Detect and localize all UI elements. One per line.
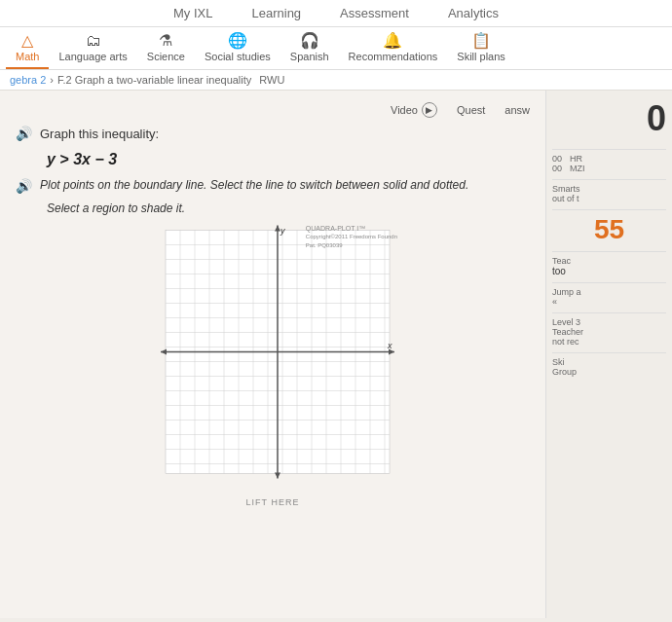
inequality-display: y > 3x − 3 <box>47 151 530 168</box>
level-label: Level 3 <box>552 317 666 327</box>
speaker-icon-2[interactable]: 🔊 <box>16 178 32 194</box>
big-score-section: 55 <box>552 209 666 245</box>
nav-recommendations[interactable]: 🔔 Recommendations <box>339 27 448 70</box>
coordinate-graph[interactable]: x y <box>146 223 399 495</box>
video-label: Video <box>391 104 418 116</box>
col-value: 00 <box>552 164 562 173</box>
svg-marker-37 <box>275 473 280 479</box>
right-panel: 0 00 00 HR MZI Smarts out of t 55 Teac t… <box>545 91 672 618</box>
breadcrumb-tag: RWU <box>259 74 284 86</box>
answ-label: answ <box>504 104 530 116</box>
language-arts-icon: 🗂 <box>86 32 101 50</box>
speaker-icon-1[interactable]: 🔊 <box>16 126 32 141</box>
hr-value: MZI <box>570 164 585 173</box>
quadra-plot-label: QUADRA-PLOT I™ Copyright©2011 Freedoms F… <box>306 225 397 249</box>
nav-skill-plans[interactable]: 📋 Skill plans <box>447 27 515 70</box>
y-axis-label: y <box>280 226 285 236</box>
skill-plans-icon: 📋 <box>471 31 491 50</box>
question-panel: Video ▶ Quest answ 🔊 Graph this inequali… <box>0 91 545 618</box>
main-content: Video ▶ Quest answ 🔊 Graph this inequali… <box>0 91 672 618</box>
video-circle-icon: ▶ <box>422 102 437 118</box>
nav-math[interactable]: △ Math <box>6 27 49 70</box>
nav-skill-plans-label: Skill plans <box>457 51 505 62</box>
x-axis-label: x <box>387 341 392 350</box>
nav-social-studies[interactable]: 🌐 Social studies <box>195 27 280 70</box>
social-studies-icon: 🌐 <box>228 31 247 50</box>
jump-section: Jump a « <box>552 282 666 307</box>
teacher-label: Teacher <box>552 327 666 337</box>
math-icon: △ <box>21 31 33 50</box>
secondary-navigation: △ Math 🗂 Language arts ⚗ Science 🌐 Socia… <box>0 27 672 70</box>
nav-language-arts-label: Language arts <box>58 51 127 62</box>
skill-group-section: Ski Group <box>552 352 666 377</box>
nav-learning[interactable]: Learning <box>252 6 302 20</box>
science-icon: ⚗ <box>159 31 172 50</box>
nav-science-label: Science <box>147 51 185 62</box>
graph-inner-wrapper[interactable]: QUADRA-PLOT I™ Copyright©2011 Freedoms F… <box>146 223 399 495</box>
nav-spanish-label: Spanish <box>290 51 329 62</box>
graph-wrapper: QUADRA-PLOT I™ Copyright©2011 Freedoms F… <box>146 223 399 507</box>
nav-analytics[interactable]: Analytics <box>448 6 499 20</box>
nav-social-studies-label: Social studies <box>205 51 271 62</box>
smartscore-subtext: out of t <box>552 194 666 203</box>
big-score-value: 55 <box>552 214 666 245</box>
nav-science[interactable]: ⚗ Science <box>137 27 195 70</box>
instruction-1-line: 🔊 Graph this inequality: <box>16 126 530 141</box>
nav-math-label: Math <box>16 51 39 62</box>
nav-language-arts[interactable]: 🗂 Language arts <box>49 27 136 70</box>
nav-spanish[interactable]: 🎧 Spanish <box>280 27 339 70</box>
teacher-section: Teac too <box>552 251 666 276</box>
svg-marker-35 <box>161 349 167 355</box>
teacher-note: not rec <box>552 337 666 347</box>
col-label: 00 <box>552 154 562 164</box>
spanish-icon: 🎧 <box>300 31 319 50</box>
group-label: Group <box>552 367 666 377</box>
hr-label: HR <box>570 154 585 164</box>
jump-label: Jump a <box>552 287 666 297</box>
jump-icon[interactable]: « <box>552 297 666 307</box>
score-display: 0 <box>552 98 666 139</box>
top-navigation: My IXL Learning Assessment Analytics <box>0 0 672 27</box>
level-section: Level 3 Teacher not rec <box>552 312 666 347</box>
select-region-text: Select a region to shade it. <box>47 201 530 215</box>
graph-container: QUADRA-PLOT I™ Copyright©2011 Freedoms F… <box>16 223 530 507</box>
breadcrumb-link[interactable]: gebra 2 <box>10 74 46 86</box>
right-time-section: 00 00 HR MZI <box>552 149 666 173</box>
teach-label: Teac <box>552 256 666 266</box>
quest-label: Quest <box>457 104 485 116</box>
lift-here-label: LIFT HERE <box>146 497 399 507</box>
instruction-1-text: Graph this inequality: <box>40 127 159 141</box>
smartscore-section: Smarts out of t <box>552 179 666 203</box>
instruction-2-line: 🔊 Plot points on the boundary line. Sele… <box>16 178 530 194</box>
breadcrumb-skill: F.2 Graph a two-variable linear inequali… <box>57 74 251 86</box>
breadcrumb-separator: › <box>50 74 54 86</box>
nav-assessment[interactable]: Assessment <box>340 6 409 20</box>
video-button[interactable]: Video ▶ <box>391 102 437 118</box>
teach-value: too <box>552 266 666 276</box>
skill-label: Ski <box>552 357 666 367</box>
recommendations-icon: 🔔 <box>383 31 402 50</box>
brand-label: My IXL <box>173 6 212 20</box>
nav-recommendations-label: Recommendations <box>349 51 438 62</box>
smartscore-label: Smarts <box>552 184 666 194</box>
breadcrumb: gebra 2 › F.2 Graph a two-variable linea… <box>0 70 672 91</box>
video-quest-bar: Video ▶ Quest answ <box>16 102 530 118</box>
instruction-2-text: Plot points on the boundary line. Select… <box>40 178 468 192</box>
